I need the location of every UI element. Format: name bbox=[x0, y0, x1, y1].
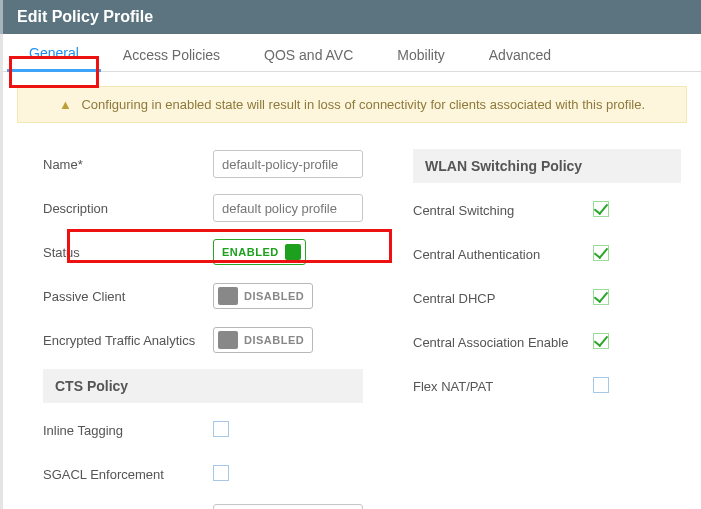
passive-client-toggle-text: DISABLED bbox=[244, 290, 304, 302]
passive-client-label: Passive Client bbox=[43, 289, 213, 304]
description-input[interactable] bbox=[213, 194, 363, 222]
encrypted-traffic-toggle-text: DISABLED bbox=[244, 334, 304, 346]
status-toggle-text: ENABLED bbox=[222, 246, 279, 258]
description-label: Description bbox=[43, 201, 213, 216]
passive-client-toggle[interactable]: DISABLED bbox=[213, 283, 313, 309]
toggle-knob-icon bbox=[285, 244, 301, 260]
inline-tagging-label: Inline Tagging bbox=[43, 423, 213, 438]
encrypted-traffic-toggle[interactable]: DISABLED bbox=[213, 327, 313, 353]
tab-access-policies[interactable]: Access Policies bbox=[101, 38, 242, 71]
central-association-label: Central Association Enable bbox=[413, 335, 593, 350]
encrypted-traffic-label: Encrypted Traffic Analytics bbox=[43, 333, 213, 348]
central-authentication-label: Central Authentication bbox=[413, 247, 593, 262]
status-label: Status bbox=[43, 245, 213, 260]
tab-mobility[interactable]: Mobility bbox=[375, 38, 466, 71]
central-association-checkbox[interactable] bbox=[593, 333, 609, 349]
tabs: General Access Policies QOS and AVC Mobi… bbox=[3, 34, 701, 72]
sgacl-enforcement-checkbox[interactable] bbox=[213, 465, 229, 481]
central-switching-label: Central Switching bbox=[413, 203, 593, 218]
tab-general[interactable]: General bbox=[7, 36, 101, 72]
name-input[interactable] bbox=[213, 150, 363, 178]
warning-banner: ▲ Configuring in enabled state will resu… bbox=[17, 86, 687, 123]
central-dhcp-checkbox[interactable] bbox=[593, 289, 609, 305]
flex-nat-pat-label: Flex NAT/PAT bbox=[413, 379, 593, 394]
name-label: Name* bbox=[43, 157, 213, 172]
inline-tagging-checkbox[interactable] bbox=[213, 421, 229, 437]
default-sgt-input[interactable] bbox=[213, 504, 363, 509]
toggle-knob-icon bbox=[218, 331, 238, 349]
cts-policy-header: CTS Policy bbox=[43, 369, 363, 403]
sgacl-enforcement-label: SGACL Enforcement bbox=[43, 467, 213, 482]
tab-advanced[interactable]: Advanced bbox=[467, 38, 573, 71]
central-switching-checkbox[interactable] bbox=[593, 201, 609, 217]
central-dhcp-label: Central DHCP bbox=[413, 291, 593, 306]
warning-text: Configuring in enabled state will result… bbox=[81, 97, 645, 112]
tab-qos-avc[interactable]: QOS and AVC bbox=[242, 38, 375, 71]
wlan-switching-header: WLAN Switching Policy bbox=[413, 149, 681, 183]
status-toggle[interactable]: ENABLED bbox=[213, 239, 306, 265]
warning-icon: ▲ bbox=[59, 97, 72, 112]
flex-nat-pat-checkbox[interactable] bbox=[593, 377, 609, 393]
dialog-title: Edit Policy Profile bbox=[0, 0, 701, 34]
toggle-knob-icon bbox=[218, 287, 238, 305]
central-authentication-checkbox[interactable] bbox=[593, 245, 609, 261]
